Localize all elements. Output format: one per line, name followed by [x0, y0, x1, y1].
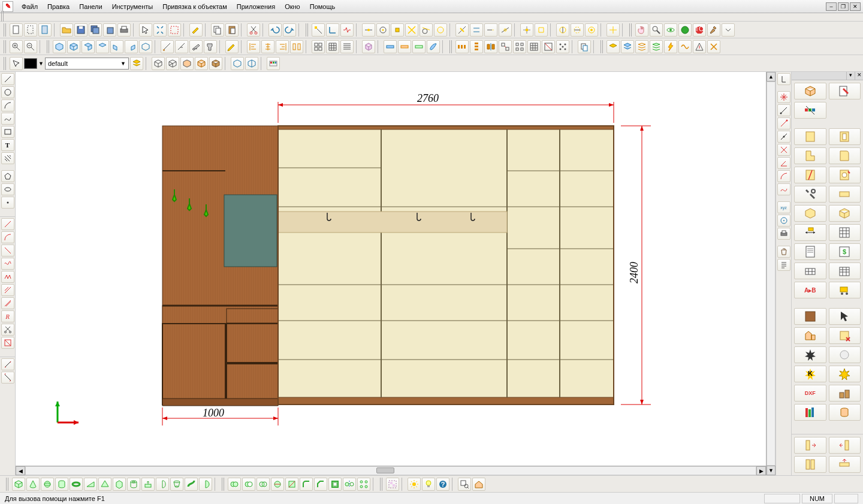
rp-k-button[interactable]: K — [794, 366, 826, 382]
rp-money-button[interactable]: $ — [829, 243, 861, 260]
rp-lshape-button[interactable] — [794, 147, 826, 164]
redline2-button[interactable] — [1, 245, 14, 256]
bb-sun-button[interactable] — [408, 478, 421, 491]
rp-burst1-button[interactable] — [794, 346, 826, 363]
scroll-right-button[interactable]: ▶ — [756, 466, 766, 475]
drawing-canvas[interactable]: 2760 2400 1000 — [16, 72, 766, 466]
snap-center-button[interactable] — [376, 23, 390, 37]
layer3-button[interactable] — [635, 40, 648, 53]
scroll-left-button[interactable]: ◀ — [16, 466, 25, 475]
highlight-button[interactable] — [189, 23, 203, 37]
rp-panel-cut-button[interactable] — [794, 167, 826, 183]
open-button[interactable] — [60, 23, 73, 37]
iso-cube2-button[interactable] — [245, 57, 258, 70]
rp-plate-button[interactable] — [829, 186, 861, 203]
vertical-scrollbar[interactable]: ▲ ▼ — [766, 72, 776, 475]
rect-tool-button[interactable] — [1, 126, 14, 138]
bb-bulb-button[interactable] — [422, 478, 435, 491]
grab-button[interactable] — [153, 23, 167, 37]
mirror-h-button[interactable] — [484, 40, 497, 53]
rp-end2-button[interactable] — [829, 437, 861, 454]
textured-button[interactable] — [209, 57, 222, 70]
wave-button[interactable] — [678, 40, 692, 53]
arc-tool-button[interactable] — [1, 99, 14, 111]
bb-chamfer-button[interactable] — [314, 478, 327, 491]
rp-delete-button[interactable] — [829, 327, 861, 344]
grip-icon[interactable] — [449, 40, 453, 53]
rt-line1-button[interactable] — [777, 104, 790, 116]
flash-button[interactable] — [664, 40, 677, 53]
redmulti2-button[interactable] — [1, 297, 14, 309]
rp-grid1-button[interactable] — [794, 262, 826, 279]
rp-cyl-button[interactable] — [829, 404, 861, 421]
view-left-button[interactable] — [110, 40, 123, 53]
view-front-button[interactable] — [53, 40, 66, 53]
horizontal-scrollbar[interactable]: ◀ ▶ — [16, 466, 766, 475]
ruler-button[interactable] — [693, 40, 706, 53]
saw-button[interactable] — [189, 40, 203, 53]
rp-end1-button[interactable] — [794, 437, 826, 454]
zoom-button[interactable] — [650, 23, 663, 37]
align-right-button[interactable] — [276, 40, 289, 53]
shade3-button[interactable] — [412, 40, 426, 53]
bb-mirror-button[interactable] — [343, 478, 356, 491]
rp-cart-button[interactable] — [829, 282, 861, 298]
rp-table-button[interactable] — [829, 224, 861, 241]
grip-icon[interactable] — [380, 478, 384, 491]
dim-tool-button[interactable] — [1, 358, 14, 370]
bb-revolve-button[interactable] — [156, 478, 169, 491]
rt-bracket-button[interactable] — [777, 73, 790, 85]
rp-burst3-button[interactable] — [829, 366, 861, 382]
bb-array-button[interactable] — [357, 478, 370, 491]
bb-trim-button[interactable] — [285, 478, 298, 491]
view-top-button[interactable] — [96, 40, 109, 53]
snap-toggle-button[interactable] — [340, 23, 354, 37]
bb-loft-button[interactable] — [170, 478, 183, 491]
section-button[interactable] — [542, 40, 555, 53]
bb-inspect-button[interactable] — [458, 478, 471, 491]
bb-intersect-button[interactable] — [257, 478, 270, 491]
panel-pin-button[interactable]: ▾ — [846, 72, 855, 80]
rp-grid2-button[interactable] — [829, 262, 861, 279]
menu-edit[interactable]: Правка — [43, 1, 74, 12]
bb-cyl-button[interactable] — [55, 478, 68, 491]
bb-help-button[interactable]: ? — [436, 478, 449, 491]
bb-prism-button[interactable] — [113, 478, 126, 491]
rp-dxf-button[interactable]: DXF — [794, 385, 826, 402]
save-button[interactable] — [74, 23, 87, 37]
menu-tools[interactable]: Инструменты — [107, 1, 158, 12]
rt-arc-button[interactable] — [777, 170, 790, 182]
bb-shell-button[interactable] — [328, 478, 342, 491]
layer4-button[interactable] — [650, 40, 663, 53]
zoom-out-button[interactable] — [24, 40, 37, 53]
rp-box1-button[interactable] — [794, 205, 826, 222]
rt-xyz-button[interactable]: xyz — [777, 201, 790, 213]
redarc1-button[interactable] — [1, 231, 14, 243]
brush-button[interactable] — [427, 40, 440, 53]
bb-home-button[interactable] — [472, 478, 485, 491]
scroll-thumb[interactable] — [376, 467, 394, 473]
snap-lock-button[interactable] — [535, 23, 548, 37]
rt-angle-button[interactable] — [777, 157, 790, 169]
line-tool-button[interactable] — [1, 73, 14, 85]
palette-button[interactable] — [267, 57, 280, 70]
redzig-button[interactable] — [1, 271, 14, 283]
align-left-button[interactable] — [247, 40, 260, 53]
print-button[interactable] — [117, 23, 131, 37]
panel-close-button[interactable]: ✕ — [855, 72, 863, 80]
bb-pyramid-button[interactable] — [98, 478, 111, 491]
rp-tools-button[interactable] — [794, 186, 826, 203]
bb-fillet-button[interactable] — [300, 478, 313, 491]
cube-button[interactable] — [362, 40, 375, 53]
scroll-down-button[interactable]: ▼ — [767, 466, 776, 475]
shaded-button[interactable] — [195, 57, 208, 70]
hammer-button[interactable] — [707, 23, 720, 37]
rt-printer-button[interactable] — [777, 228, 790, 240]
rp-dimension-button[interactable] — [794, 224, 826, 241]
redo-button[interactable] — [283, 23, 296, 37]
undo-button[interactable] — [268, 23, 282, 37]
iso-cube1-button[interactable] — [231, 57, 244, 70]
text-tool-button[interactable]: T — [1, 139, 14, 151]
pan-button[interactable] — [635, 23, 648, 37]
snap-parallel-button[interactable] — [470, 23, 483, 37]
